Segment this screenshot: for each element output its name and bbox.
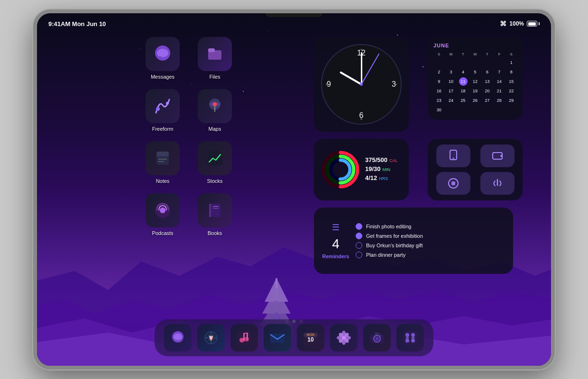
svg-rect-45 — [451, 181, 455, 185]
app-messages[interactable]: Messages — [141, 37, 184, 84]
device-btn-4[interactable] — [480, 172, 514, 195]
device-btn-3[interactable] — [436, 172, 470, 195]
books-icon — [198, 193, 232, 227]
app-stocks[interactable]: Stocks — [193, 141, 236, 189]
cal-day-14: 14 — [495, 77, 504, 86]
widget-devices[interactable] — [428, 139, 523, 200]
cal-day-13: 13 — [483, 77, 491, 86]
dock-messages[interactable] — [164, 324, 192, 352]
svg-point-82 — [411, 333, 415, 337]
cal-days-grid: 1234567891011121314151617181920212223242… — [433, 58, 517, 114]
app-books[interactable]: Books — [193, 193, 236, 241]
hours-stat: 4/12 HRS — [365, 174, 401, 181]
cal-day-15: 15 — [507, 77, 515, 86]
messages-icon — [146, 37, 180, 71]
svg-marker-6 — [262, 288, 291, 314]
svg-point-43 — [500, 155, 502, 157]
dock-grid[interactable] — [396, 324, 424, 352]
cal-day-21: 21 — [495, 87, 504, 95]
device-btn-1[interactable] — [436, 144, 470, 167]
svg-text:MON: MON — [307, 333, 314, 336]
reminder-circle-2 — [356, 233, 362, 239]
stocks-label: Stocks — [207, 178, 222, 184]
minutes-stat: 19/30 MIN — [365, 165, 401, 172]
svg-point-31 — [395, 83, 397, 85]
dock-music[interactable] — [230, 324, 258, 352]
cal-days-header: S M T W T F S — [433, 52, 517, 56]
svg-point-25 — [160, 208, 165, 213]
wifi-icon: ⌘ — [500, 20, 506, 27]
podcasts-label: Podcasts — [152, 230, 173, 236]
reminder-text-1: Finish photo editing — [366, 224, 411, 229]
svg-rect-80 — [403, 331, 417, 345]
cal-day-10: 10 — [447, 77, 455, 86]
widget-clock[interactable]: 12 3 6 9 — [314, 37, 409, 132]
cal-day-empty — [459, 58, 468, 67]
svg-rect-23 — [207, 151, 222, 166]
stocks-icon — [198, 141, 232, 175]
reminder-text-4: Plan dinner party — [366, 252, 405, 258]
cal-day-empty — [435, 58, 443, 67]
svg-point-33 — [326, 83, 328, 85]
camera-notch — [266, 13, 322, 17]
cal-day-11: 11 — [459, 77, 468, 86]
svg-rect-13 — [208, 48, 215, 52]
widget-calendar[interactable]: JUNE S M T W T F S 123456789101112131415… — [428, 37, 523, 120]
dock-safari[interactable] — [197, 324, 225, 352]
cal-day-5: 5 — [471, 68, 479, 76]
calories-stat: 375/500 CAL — [365, 156, 401, 163]
svg-point-79 — [379, 335, 381, 337]
status-bar: 9:41AM Mon Jun 10 ⌘ 100% — [37, 17, 551, 30]
svg-rect-20 — [156, 152, 169, 156]
dock-calendar[interactable]: 10 MON — [297, 324, 324, 352]
cal-day-empty — [447, 58, 455, 67]
svg-point-17 — [213, 102, 217, 106]
svg-line-60 — [243, 333, 248, 334]
svg-rect-86 — [412, 337, 414, 339]
reminder-text-2: Get frames for exhibition — [366, 233, 423, 239]
hours-value: 4/12 — [365, 174, 377, 181]
widget-reminders[interactable]: ☰ 4 Reminders Finish photo editing Get f… — [314, 208, 513, 274]
svg-rect-27 — [209, 204, 211, 217]
app-podcasts[interactable]: Podcasts — [141, 193, 184, 241]
device-btn-2[interactable] — [480, 144, 514, 167]
activity-rings — [322, 151, 359, 189]
cal-header: JUNE — [433, 43, 517, 48]
svg-point-30 — [360, 49, 362, 51]
cal-day-8: 8 — [507, 68, 515, 76]
cal-day-1: 1 — [507, 58, 515, 67]
cal-day-22: 22 — [507, 87, 515, 95]
notes-icon — [146, 141, 180, 175]
cal-day-empty — [495, 58, 504, 67]
dock-mail[interactable] — [264, 324, 291, 352]
battery-percent: 100% — [509, 20, 524, 27]
app-maps[interactable]: Maps — [193, 89, 236, 136]
cal-day-30: 30 — [435, 106, 443, 114]
cal-day-empty — [471, 58, 479, 67]
svg-point-41 — [452, 158, 454, 159]
cal-month: JUNE — [433, 43, 449, 48]
reminder-text-3: Buy Orkun's birthday gift — [366, 243, 423, 248]
files-label: Files — [209, 74, 220, 80]
app-notes[interactable]: Notes — [141, 141, 184, 189]
svg-rect-61 — [270, 334, 285, 343]
calories-value: 375/500 — [365, 156, 387, 163]
cal-day-18: 18 — [459, 87, 468, 95]
cal-day-empty — [483, 106, 491, 114]
app-freeform[interactable]: Freeform — [141, 89, 184, 136]
cal-day-empty — [459, 106, 468, 114]
app-files[interactable]: Files — [193, 37, 236, 84]
minutes-value: 19/30 — [365, 165, 381, 172]
reminders-label: Reminders — [322, 253, 349, 259]
dock-flower[interactable] — [330, 324, 358, 352]
cal-day-27: 27 — [483, 96, 491, 105]
svg-point-84 — [411, 339, 415, 343]
widget-activity[interactable]: 375/500 CAL 19/30 MIN 4/12 HRS — [314, 139, 409, 200]
reminders-count: 4 — [332, 236, 340, 252]
svg-point-83 — [405, 339, 409, 343]
svg-point-10 — [157, 49, 168, 57]
battery-icon — [527, 21, 540, 27]
dock-camera[interactable] — [363, 324, 391, 352]
svg-point-78 — [375, 337, 379, 341]
cal-day-empty — [471, 106, 479, 114]
